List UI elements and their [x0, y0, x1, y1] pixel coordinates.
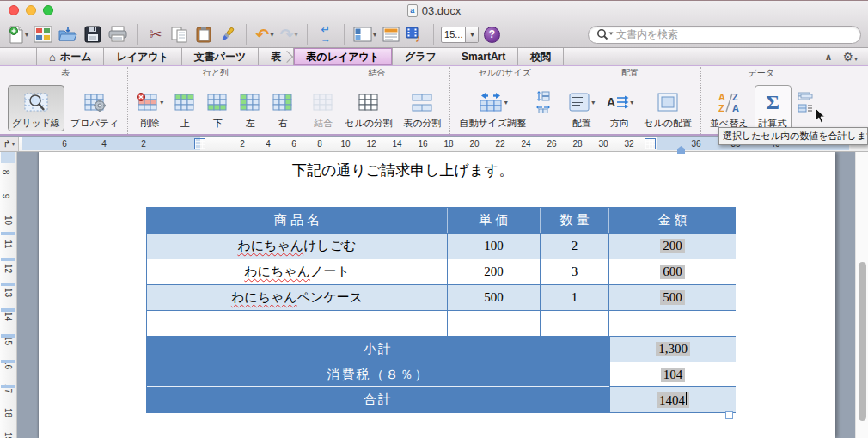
table-header-cell[interactable]: 商品名	[147, 208, 448, 233]
formatting-marks-button[interactable]: ↵→	[315, 21, 337, 47]
tab-ホーム[interactable]: ⌂ホーム	[36, 48, 104, 65]
redo-button[interactable]: ↷▾	[278, 21, 300, 47]
ribbon-button-削除[interactable]: ▾削除	[132, 85, 168, 131]
table-column-marker[interactable]	[645, 138, 656, 149]
ribbon-button-計算式[interactable]: Σ計算式	[755, 85, 792, 131]
table-cell-price[interactable]: 100	[448, 233, 541, 259]
insert-below-icon	[206, 88, 229, 117]
table-row-marker[interactable]	[1, 283, 15, 286]
summary-value-cell[interactable]: 1404	[609, 386, 736, 412]
chevron-down-icon[interactable]: ▾	[465, 27, 478, 42]
table-column-marker[interactable]	[194, 138, 205, 149]
table-cell-qty[interactable]: 2	[541, 233, 609, 259]
tab-グラフ[interactable]: グラフ	[393, 48, 449, 65]
amount-cell[interactable]: 600	[609, 259, 736, 284]
ribbon-button-上[interactable]: 上	[169, 85, 200, 131]
amount-cell[interactable]: 500	[609, 284, 736, 310]
help-button[interactable]: ?	[480, 21, 503, 47]
spellcheck-flagged-text: わにちゃん	[237, 238, 303, 254]
product-name-cell[interactable]: わにちゃんけしごむ	[147, 233, 448, 259]
zoom-level-select[interactable]: 15...▾	[441, 27, 479, 43]
product-name-cell[interactable]: わにちゃんノート	[147, 259, 448, 284]
table-row-marker[interactable]	[1, 385, 15, 388]
table-cell-qty[interactable]: 1	[541, 284, 609, 310]
table-row-marker[interactable]	[1, 232, 15, 235]
ribbon-button-左[interactable]: 左	[235, 85, 266, 131]
sidebar-view-button[interactable]: ▾	[351, 21, 378, 47]
table-cell-price[interactable]: 500	[448, 284, 541, 310]
tab-表のレイアウト[interactable]: 表のレイアウト	[294, 48, 393, 65]
chevron-down-icon: ▾	[12, 141, 15, 148]
table-cell-price[interactable]: 200	[448, 259, 541, 284]
summary-value-cell[interactable]: 104	[609, 362, 736, 386]
cut-button[interactable]: ✂	[144, 21, 167, 47]
save-button[interactable]	[82, 21, 104, 47]
table-header-cell[interactable]: 数量	[541, 208, 609, 233]
table-cell-price[interactable]	[448, 310, 541, 336]
print-button[interactable]	[106, 21, 130, 47]
table-header-cell[interactable]: 単価	[448, 208, 541, 233]
ribbon-group-データ: データAZZA並べ替えΣ計算式	[701, 67, 822, 134]
ribbon-button-結合[interactable]: 結合	[308, 85, 339, 131]
summary-label-cell[interactable]: 小計	[147, 336, 609, 362]
search-field[interactable]	[588, 26, 861, 44]
media-browser-icon: ♪	[406, 26, 425, 43]
svg-text:Z: Z	[732, 92, 738, 102]
table-cell-qty[interactable]: 3	[541, 259, 609, 284]
tab-文書パーツ[interactable]: 文書パーツ	[182, 48, 260, 65]
scrollbar-thumb[interactable]	[859, 262, 866, 421]
open-button[interactable]	[56, 21, 80, 47]
tab-レイアウト[interactable]: レイアウト	[104, 48, 181, 65]
format-painter-button[interactable]	[217, 21, 239, 47]
product-name-cell[interactable]	[147, 310, 448, 336]
tab-表[interactable]: 表	[259, 48, 294, 65]
undo-button[interactable]: ↶▾	[254, 21, 276, 47]
table-row-marker[interactable]	[1, 360, 15, 363]
table-row-marker[interactable]	[1, 308, 15, 312]
show-gallery-button[interactable]	[32, 21, 54, 47]
ribbon-button-並べ替え[interactable]: AZZA並べ替え	[706, 85, 753, 131]
ribbon-button-方向[interactable]: A▾方向	[601, 85, 638, 131]
vertical-scrollbar[interactable]	[855, 152, 868, 438]
ribbon-button-プロパティ[interactable]: プロパティ	[66, 85, 123, 131]
gridlines-icon	[23, 88, 49, 117]
ribbon-button-distribute-stack[interactable]	[532, 85, 554, 131]
ribbon-button-セルの分割[interactable]: セルの分割	[340, 85, 397, 131]
table-cell-qty[interactable]	[541, 310, 609, 336]
amount-cell[interactable]: 200	[609, 233, 736, 259]
paste-button[interactable]	[193, 21, 215, 47]
tab-stop-selector[interactable]: ↱▾	[0, 137, 19, 151]
data-stack-icon	[798, 88, 813, 117]
table-header-cell[interactable]: 金額	[609, 208, 736, 233]
document-elements-button[interactable]	[380, 21, 402, 47]
table-row-marker[interactable]	[1, 258, 15, 261]
collapse-ribbon-icon[interactable]: ∧	[824, 52, 832, 63]
amount-cell[interactable]	[609, 310, 736, 336]
tab-校閲[interactable]: 校閲	[518, 48, 564, 65]
ribbon-button-セルの配置[interactable]: セルの配置	[639, 85, 696, 131]
search-input[interactable]	[616, 28, 853, 40]
split-table-icon	[411, 88, 433, 117]
ribbon-button-グリッド線[interactable]: グリッド線	[8, 85, 64, 131]
summary-label-cell[interactable]: 消費税（８％）	[147, 362, 609, 386]
copy-button[interactable]	[168, 21, 191, 47]
ribbon-button-配置[interactable]: ▾配置	[564, 85, 599, 131]
ribbon-button-右[interactable]: 右	[267, 85, 298, 131]
ribbon-settings-button[interactable]: ⚙▾	[842, 49, 858, 64]
ribbon-group-表: 表グリッド線プロパティ	[3, 67, 128, 134]
ribbon-button-data-stack[interactable]	[793, 85, 817, 131]
table-resize-handle[interactable]	[725, 411, 733, 419]
summary-label-cell[interactable]: 合計	[147, 386, 609, 412]
new-document-button[interactable]: ▾	[7, 21, 30, 47]
ribbon-button-自動サイズ調整[interactable]: ▾自動サイズ調整	[455, 85, 530, 131]
summary-value-cell[interactable]: 1,300	[609, 336, 736, 362]
product-name-cell[interactable]: わにちゃんペンケース	[147, 284, 448, 310]
tab-SmartArt[interactable]: SmartArt	[449, 48, 518, 65]
document-area: 下記の通りご請求申し上げます。 商品名単価数量金額わにちゃんけしごむ100220…	[17, 152, 868, 438]
media-browser-button[interactable]: ♪	[404, 21, 426, 47]
table-row-marker[interactable]	[1, 334, 15, 338]
ribbon-button-表の分割[interactable]: 表の分割	[399, 85, 445, 131]
intro-text[interactable]: 下記の通りご請求申し上げます。	[292, 161, 514, 180]
document-page[interactable]: 下記の通りご請求申し上げます。 商品名単価数量金額わにちゃんけしごむ100220…	[39, 152, 835, 438]
ribbon-button-下[interactable]: 下	[202, 85, 233, 131]
